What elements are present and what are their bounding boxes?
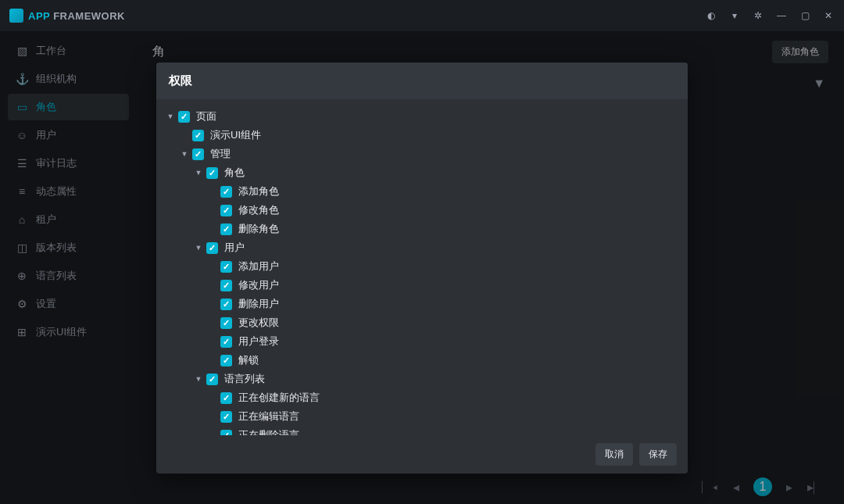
tree-node: ▼用户: [166, 238, 678, 257]
checkbox[interactable]: [220, 261, 232, 273]
window-controls: ◐ ▾ ✲ — ▢ ✕: [705, 10, 835, 21]
logo-icon: [9, 9, 23, 23]
tree-node: 删除用户: [166, 295, 678, 313]
checkbox[interactable]: [206, 374, 218, 385]
save-button[interactable]: 保存: [639, 443, 677, 466]
tree-label: 删除角色: [238, 221, 279, 237]
tree-label: 管理: [210, 146, 231, 162]
tree-node: 删除角色: [166, 220, 678, 238]
checkbox[interactable]: [220, 430, 232, 436]
minimize-button[interactable]: —: [775, 10, 788, 21]
brand-framework: FRAMEWORK: [53, 10, 125, 22]
checkbox[interactable]: [220, 186, 232, 198]
tree-label: 更改权限: [238, 315, 279, 331]
permission-tree: ▼页面演示UI组件▼管理▼角色添加角色修改角色删除角色▼用户添加用户修改用户删除…: [166, 107, 678, 435]
modal-footer: 取消 保存: [156, 435, 688, 474]
caret-icon[interactable]: ▼: [180, 146, 189, 162]
tree-node: ▼页面: [166, 107, 678, 126]
tree-label: 添加用户: [238, 259, 279, 274]
tree-node: 添加角色: [166, 182, 678, 201]
tree-label: 演示UI组件: [210, 127, 261, 143]
app-logo: APP FRAMEWORK: [9, 9, 125, 23]
tree-label: 用户登录: [238, 334, 279, 349]
caret-icon[interactable]: ▼: [194, 240, 203, 256]
tree-label: 修改用户: [238, 277, 279, 293]
titlebar: APP FRAMEWORK ◐ ▾ ✲ — ▢ ✕: [0, 0, 844, 31]
tree-label: 正在编辑语言: [238, 409, 299, 424]
permissions-modal: 权限 ▼页面演示UI组件▼管理▼角色添加角色修改角色删除角色▼用户添加用户修改用…: [156, 63, 688, 474]
tree-label: 删除用户: [238, 296, 279, 312]
tree-node: ▼管理: [166, 145, 678, 163]
checkbox[interactable]: [220, 411, 232, 423]
maximize-button[interactable]: ▢: [799, 10, 811, 21]
tree-node: 更改权限: [166, 313, 678, 332]
checkbox[interactable]: [192, 148, 204, 160]
modal-body: ▼页面演示UI组件▼管理▼角色添加角色修改角色删除角色▼用户添加用户修改用户删除…: [156, 99, 688, 435]
checkbox[interactable]: [178, 111, 190, 123]
tree-label: 用户: [224, 240, 245, 256]
tree-node: 演示UI组件: [166, 126, 678, 145]
caret-icon[interactable]: ▼: [194, 165, 203, 181]
tree-label: 角色: [224, 165, 245, 181]
checkbox[interactable]: [220, 392, 232, 404]
tree-node: 添加用户: [166, 257, 678, 276]
tree-node: 正在删除语言: [166, 426, 678, 435]
tree-node: 用户登录: [166, 332, 678, 351]
settings-icon[interactable]: ✲: [752, 10, 764, 21]
checkbox[interactable]: [220, 298, 232, 310]
caret-icon[interactable]: ▼: [166, 109, 175, 124]
tree-label: 正在删除语言: [238, 427, 299, 435]
checkbox[interactable]: [220, 280, 232, 291]
tree-label: 正在创建新的语言: [238, 390, 320, 406]
tree-node: 修改角色: [166, 201, 678, 220]
tree-label: 语言列表: [224, 371, 265, 387]
theme-icon[interactable]: ◐: [705, 10, 717, 21]
checkbox[interactable]: [220, 223, 232, 235]
checkbox[interactable]: [220, 317, 232, 329]
tree-label: 页面: [196, 109, 216, 124]
tree-node: 正在编辑语言: [166, 407, 678, 426]
tree-label: 添加角色: [238, 184, 279, 199]
tree-label: 解锁: [238, 352, 259, 368]
cancel-button[interactable]: 取消: [595, 443, 633, 466]
checkbox[interactable]: [206, 167, 218, 179]
checkbox[interactable]: [206, 242, 218, 254]
caret-icon[interactable]: ▼: [194, 371, 203, 387]
checkbox[interactable]: [220, 336, 232, 348]
dropdown-icon[interactable]: ▾: [728, 10, 741, 21]
tree-node: 解锁: [166, 351, 678, 370]
modal-title: 权限: [156, 63, 688, 99]
tree-label: 修改角色: [238, 202, 279, 218]
checkbox[interactable]: [220, 205, 232, 216]
brand-app: APP: [28, 10, 50, 22]
checkbox[interactable]: [192, 130, 204, 141]
tree-node: 正在创建新的语言: [166, 388, 678, 407]
close-button[interactable]: ✕: [822, 10, 835, 21]
tree-node: ▼语言列表: [166, 370, 678, 388]
tree-node: 修改用户: [166, 276, 678, 295]
checkbox[interactable]: [220, 355, 232, 366]
tree-node: ▼角色: [166, 163, 678, 182]
